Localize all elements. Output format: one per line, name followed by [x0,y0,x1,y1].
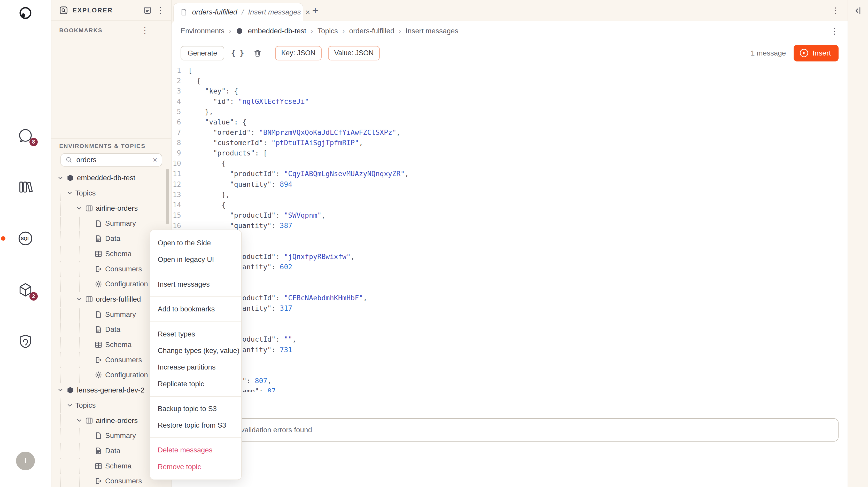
explorer-panel-icon [59,6,68,15]
indent-guide [56,367,65,383]
breadcrumb-item-orders-fulfilled[interactable]: orders-fulfilled [349,27,395,35]
content-panel: Environments›embedded-db-test›Topics›ord… [172,21,847,487]
indent-guide [75,216,84,231]
filetext-icon [93,326,104,333]
sql-studio-icon: SQL [16,229,35,248]
chevron-down-icon[interactable] [75,205,84,212]
chevron-down-icon[interactable] [65,402,74,409]
chevron-down-icon[interactable] [56,175,65,181]
menu-item-insert-messages[interactable]: Insert messages [150,276,242,293]
menu-separator [150,322,242,322]
menu-item-increase-partitions[interactable]: Increase partitions [150,359,242,376]
indent-guide [75,277,84,292]
menu-item-reset-types[interactable]: Reset types [150,326,242,343]
indent-guide [65,216,75,231]
consumers-icon [93,356,104,364]
user-avatar[interactable]: I [16,452,35,470]
search-clear-icon[interactable]: × [153,156,157,164]
code-line: 16 "quantity": 387 [173,221,839,231]
indent-guide [56,292,65,307]
json-editor[interactable]: 1[2 {3 "key": {4 "id": "nglGXlEcfYcseJi"… [173,65,839,392]
explorer-kebab-icon[interactable]: ⋮ [156,6,164,14]
app-root: 8SQL2 I EXPLORER ⋮ BOOKMARKS ⋮ ENVIRONME… [0,0,868,487]
sql-studio-button[interactable]: SQL [16,229,35,248]
code-line: 29 } [173,355,839,365]
line-number: 16 [173,221,188,231]
breadcrumb-item-topics[interactable]: Topics [317,27,338,35]
tabbar-kebab-icon[interactable]: ⋮ [832,6,840,15]
insert-button[interactable]: Insert [794,45,839,61]
table-icon [84,204,95,212]
lenses-logo-icon[interactable] [16,4,35,23]
new-tab-button[interactable]: + [312,5,318,16]
menu-item-replicate-topic[interactable]: Replicate topic [150,376,242,392]
tree-item-topics[interactable]: Topics [56,186,171,201]
security-button[interactable] [16,332,35,351]
tab-orders-fulfilled-insert-messages[interactable]: orders-fulfilled / Insert messages × [173,3,304,21]
search-icon [65,156,72,163]
indent-guide [65,474,75,487]
grid-icon [93,462,104,470]
hexagon-icon [65,386,76,394]
explorer-scrollbar-thumb[interactable] [166,169,169,224]
code-text: { [188,76,201,86]
chevron-down-icon[interactable] [65,190,74,196]
breadcrumb-item-environments[interactable]: Environments [181,27,224,35]
format-json-button[interactable]: { } [231,46,244,60]
bookmarks-section: BOOKMARKS ⋮ [52,23,171,38]
menu-item-open-in-legacy-ui[interactable]: Open in legacy UI [150,251,242,268]
menu-separator [150,396,242,397]
line-number: 4 [173,96,188,107]
chevron-down-icon[interactable] [56,387,65,393]
menu-item-change-types-key-value-[interactable]: Change types (key, value) [150,343,242,359]
search-input[interactable] [76,156,149,164]
indent-guide [75,367,84,383]
breadcrumb-kebab-icon[interactable]: ⋮ [830,27,839,35]
notifications-button[interactable]: 8 [16,126,35,145]
code-text: { [188,158,226,169]
code-line: 1[ [173,65,839,76]
menu-item-open-to-the-side[interactable]: Open to the Side [150,234,242,251]
tree-item-label: Schema [105,250,131,258]
tree-item-label: Data [105,325,120,334]
generate-button[interactable]: Generate [181,46,224,60]
menu-item-restore-topic-from-s3[interactable]: Restore topic from S3 [150,417,242,433]
consumers-icon [93,477,104,485]
tree-item-label: Schema [105,340,131,349]
menu-item-delete-messages[interactable]: Delete messages [150,442,242,458]
breadcrumb-item-embedded-db-test[interactable]: embedded-db-test [248,27,306,35]
value-type-chip[interactable]: Value: JSON [328,46,380,60]
notes-icon[interactable] [144,6,152,14]
topic-context-menu: Open to the SideOpen in legacy UIInsert … [150,230,242,480]
code-line: 12 "quantity": 894 [173,179,839,190]
tree-item-label: embedded-db-test [77,174,135,182]
tree-item-summary[interactable]: Summary [56,216,171,231]
collapse-panel-icon[interactable] [854,6,862,15]
environments-section-header: ENVIRONMENTS & TOPICS [52,138,171,153]
tree-item-label: lenses-general-dev-2 [77,386,145,394]
file-icon [180,8,188,16]
menu-item-remove-topic[interactable]: Remove topic [150,459,242,475]
chevron-down-icon[interactable] [75,296,84,302]
insert-button-label: Insert [812,49,831,57]
tree-item-embedded-db-test[interactable]: embedded-db-test [56,170,171,186]
tab-close-icon[interactable]: × [305,8,310,16]
tree-item-label: airline-orders [96,204,138,213]
breadcrumb-item-insert-messages[interactable]: Insert messages [406,27,458,35]
chevron-down-icon[interactable] [75,418,84,424]
hexagon-icon [65,174,76,182]
filetext-icon [93,447,104,454]
catalog-button[interactable] [16,177,35,196]
menu-item-backup-topic-to-s3[interactable]: Backup topic to S3 [150,400,242,417]
clear-editor-button[interactable] [251,46,264,60]
code-line: 7 "orderId": "BNMprzmVQxQoKaJdLCfYiAwFZC… [173,127,839,138]
menu-item-add-to-bookmarks[interactable]: Add to bookmarks [150,301,242,317]
code-text: "quantity": 894 [188,179,292,190]
avatar-label: I [25,457,27,465]
indent-guide [75,428,84,443]
code-line: 9 "products": [ [173,148,839,158]
tree-item-airline-orders[interactable]: airline-orders [56,201,171,216]
bookmarks-kebab-icon[interactable]: ⋮ [141,26,149,34]
key-type-chip[interactable]: Key: JSON [275,46,321,60]
datasets-button[interactable]: 2 [16,281,35,299]
